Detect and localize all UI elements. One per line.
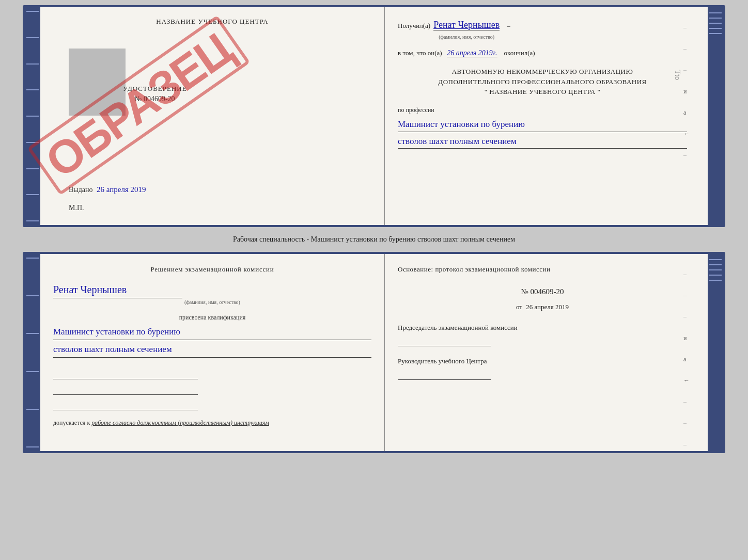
spine-line <box>26 63 39 65</box>
profession-line1: Машинист установки по бурению <box>398 117 687 132</box>
poluchil-line: Получил(а) Ренат Чернышев (фамилия, имя,… <box>398 18 687 41</box>
sig-line-1 <box>53 368 198 379</box>
spine-line <box>26 371 39 372</box>
vydano-label: Выдано <box>69 186 93 194</box>
spine-right <box>708 7 723 225</box>
spine-line <box>26 89 39 90</box>
spine-line <box>26 142 39 143</box>
prisvoena-label: присвоена квалификация <box>53 313 371 323</box>
fio-subtext: (фамилия, имя, отчество) <box>433 33 500 41</box>
okonchil-label: окончил(а) <box>504 49 535 57</box>
spine-line <box>26 409 39 410</box>
spine-line <box>709 33 722 34</box>
school-name-top: НАЗВАНИЕ УЧЕБНОГО ЦЕНТРА <box>53 18 371 26</box>
spine-line <box>26 220 39 221</box>
top-document: НАЗВАНИЕ УЧЕБНОГО ЦЕНТРА УДОСТОВЕРЕНИЕ №… <box>23 5 725 227</box>
vtom-label: в том, что он(а) <box>398 49 442 57</box>
udostoverenie-title: УДОСТОВЕРЕНИЕ <box>123 85 187 93</box>
spine-line <box>709 259 722 260</box>
top-left-panel: НАЗВАНИЕ УЧЕБНОГО ЦЕНТРА УДОСТОВЕРЕНИЕ №… <box>40 7 385 225</box>
completion-date: 26 апреля 2019г. <box>447 49 497 57</box>
spine-line <box>26 37 39 38</box>
spine-left <box>25 7 40 225</box>
spine-line <box>709 23 722 24</box>
qualification-line2: стволов шахт полным сечением <box>53 342 371 358</box>
spine-left-bottom <box>25 254 40 451</box>
tto-element: Tto <box>671 70 682 79</box>
dash: – <box>507 21 510 31</box>
spine-line <box>709 269 722 270</box>
spine-line <box>709 264 722 265</box>
udostoverenie-block: УДОСТОВЕРЕНИЕ № 004609-20 <box>123 85 187 103</box>
bottom-left-panel: Решением экзаменационной комиссии Ренат … <box>40 254 385 451</box>
spine-line <box>709 18 722 19</box>
spine-line <box>26 446 39 447</box>
poluchil-label: Получил(а) <box>398 21 430 31</box>
protocol-num: № 004609-20 <box>398 285 687 298</box>
spine-line <box>26 258 39 259</box>
vtom-line: в том, что он(а) 26 апреля 2019г. окончи… <box>398 47 687 59</box>
dopuskaetsya-label: допускается к <box>53 419 90 426</box>
spine-line <box>709 280 722 281</box>
bottom-document: Решением экзаменационной комиссии Ренат … <box>23 252 725 453</box>
dopuskaetsya-text: работе согласно должностным (производств… <box>91 419 269 426</box>
rukovoditel-label: Руководитель учебного Центра <box>398 357 687 366</box>
spine-line <box>26 295 39 296</box>
vydano-date: 26 апреля 2019 <box>97 185 146 194</box>
bottom-right-panel: Основание: протокол экзаменационной коми… <box>385 254 708 451</box>
recipient-block: Ренат Чернышев (фамилия, имя, отчество) <box>433 18 500 41</box>
spine-line <box>709 12 722 13</box>
spine-right-bottom <box>708 254 723 451</box>
organization-block: АВТОНОМНУЮ НЕКОММЕРЧЕСКУЮ ОРГАНИЗАЦИЮ ДО… <box>398 67 687 97</box>
qualification-line1: Машинист установки по бурению <box>53 325 371 340</box>
photo-placeholder <box>69 49 126 116</box>
spine-line <box>26 333 39 334</box>
resheniyem-title: Решением экзаменационной комиссии <box>53 264 371 275</box>
separator-text: Рабочая специальность - Машинист установ… <box>233 232 515 247</box>
right-edge-marks-bottom: – – – и а ← – – – <box>683 269 690 450</box>
spine-line <box>709 28 722 29</box>
dopuskaetsya-block: допускается к работе согласно должностны… <box>53 418 371 428</box>
recipient-name: Ренат Чернышев <box>433 20 500 30</box>
org-line2: ДОПОЛНИТЕЛЬНОГО ПРОФЕССИОНАЛЬНОГО ОБРАЗО… <box>398 77 687 87</box>
protocol-date: от 26 апреля 2019 <box>398 302 687 313</box>
bottom-fio-subtext: (фамилия, имя, отчество) <box>53 298 371 307</box>
org-line3: " НАЗВАНИЕ УЧЕБНОГО ЦЕНТРА " <box>398 87 687 97</box>
org-line1: АВТОНОМНУЮ НЕКОММЕРЧЕСКУЮ ОРГАНИЗАЦИЮ <box>398 67 687 77</box>
obrazets-text: ОБРАЗЕЦ <box>27 15 250 195</box>
profession-line2: стволов шахт полным сечением <box>398 134 687 149</box>
signature-lines-bottom <box>53 368 371 410</box>
right-edge-marks-top: – – – и а ← – <box>683 23 690 160</box>
spine-line <box>26 116 39 117</box>
bottom-person-block: Ренат Чернышев (фамилия, имя, отчество) <box>53 281 371 307</box>
spine-line <box>26 168 39 169</box>
spine-line <box>709 275 722 276</box>
sig-line-3 <box>53 399 198 410</box>
bottom-person-name: Ренат Чернышев <box>53 281 182 298</box>
udostoverenie-num: № 004609-20 <box>123 95 187 103</box>
predsedatel-sig-line <box>398 335 491 346</box>
predsedatel-label: Председатель экзаменационной комиссии <box>398 323 687 332</box>
rukovoditel-sig-line <box>398 369 491 380</box>
protocol-date-value: 26 апреля 2019 <box>526 303 569 311</box>
protocol-date-prefix: от <box>516 303 522 311</box>
profession-block: по профессии Машинист установки по бурен… <box>398 105 687 149</box>
spine-line <box>26 194 39 195</box>
page-wrapper: НАЗВАНИЕ УЧЕБНОГО ЦЕНТРА УДОСТОВЕРЕНИЕ №… <box>0 0 748 560</box>
spine-line <box>26 11 39 12</box>
top-right-panel: Получил(а) Ренат Чернышев (фамилия, имя,… <box>385 7 708 225</box>
vydano-line: Выдано 26 апреля 2019 <box>69 185 146 194</box>
bottom-qualification-block: Машинист установки по бурению стволов ша… <box>53 325 371 358</box>
mp-line: М.П. <box>69 204 84 212</box>
profession-label: по профессии <box>398 106 434 114</box>
sig-line-2 <box>53 383 198 395</box>
osnovanie-title: Основание: протокол экзаменационной коми… <box>398 264 687 275</box>
